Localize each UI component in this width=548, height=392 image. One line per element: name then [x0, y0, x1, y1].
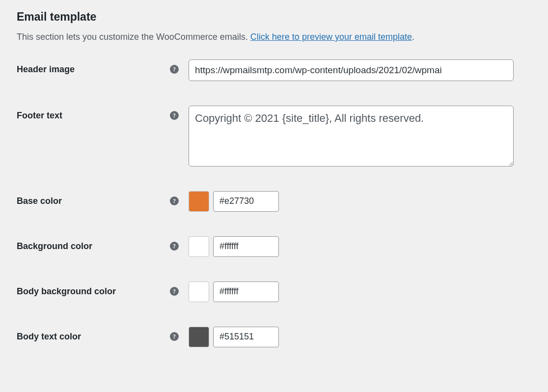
- base-color-swatch[interactable]: [189, 191, 209, 212]
- header-image-input[interactable]: [189, 59, 514, 81]
- section-heading: Email template: [17, 10, 531, 25]
- body-text-color-swatch[interactable]: [189, 327, 209, 347]
- label-background-color: Background color: [17, 241, 92, 252]
- help-icon[interactable]: ?: [170, 111, 179, 120]
- label-body-text-color: Body text color: [17, 332, 81, 342]
- label-base-color: Base color: [17, 196, 62, 206]
- background-color-swatch[interactable]: [189, 236, 209, 257]
- row-body-background-color: Body background color ?: [17, 281, 531, 302]
- help-icon[interactable]: ?: [170, 242, 179, 251]
- help-icon[interactable]: ?: [170, 287, 179, 296]
- help-icon[interactable]: ?: [170, 65, 179, 74]
- base-color-input[interactable]: [213, 191, 279, 212]
- help-icon[interactable]: ?: [170, 196, 179, 205]
- background-color-input[interactable]: [213, 236, 279, 257]
- section-description: This section lets you customize the WooC…: [17, 30, 531, 44]
- description-suffix: .: [412, 32, 414, 42]
- description-prefix: This section lets you customize the WooC…: [17, 32, 250, 42]
- row-footer-text: Footer text ?: [17, 106, 531, 167]
- row-body-text-color: Body text color ?: [17, 327, 531, 347]
- body-background-color-swatch[interactable]: [189, 281, 209, 302]
- settings-form: Header image ? Footer text ? Base color …: [17, 59, 531, 347]
- label-footer-text: Footer text: [17, 111, 62, 121]
- row-header-image: Header image ?: [17, 59, 531, 81]
- preview-link[interactable]: Click here to preview your email templat…: [250, 32, 412, 42]
- footer-text-input[interactable]: [189, 106, 514, 167]
- row-base-color: Base color ?: [17, 191, 531, 212]
- label-header-image: Header image: [17, 64, 75, 75]
- body-text-color-input[interactable]: [213, 327, 279, 347]
- help-icon[interactable]: ?: [170, 332, 179, 341]
- row-background-color: Background color ?: [17, 236, 531, 257]
- label-body-background-color: Body background color: [17, 286, 116, 297]
- body-background-color-input[interactable]: [213, 281, 279, 302]
